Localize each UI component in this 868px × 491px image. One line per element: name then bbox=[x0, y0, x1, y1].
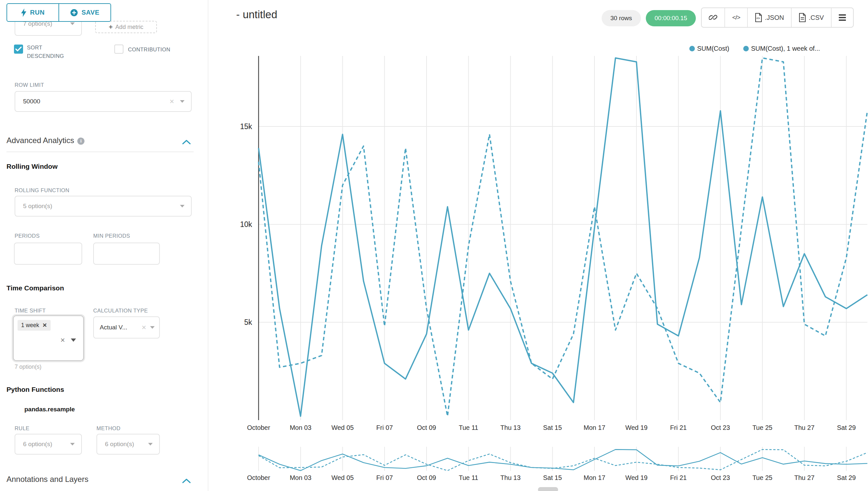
svg-text:Fri 07: Fri 07 bbox=[376, 474, 393, 481]
time-shift-hint: 7 option(s) bbox=[14, 364, 41, 370]
row-limit-value: 50000 bbox=[23, 98, 169, 105]
svg-text:Tue 25: Tue 25 bbox=[752, 424, 773, 431]
legend-item-sum-cost-offset[interactable]: SUM(Cost), 1 week of... bbox=[743, 45, 820, 52]
svg-text:October: October bbox=[247, 424, 270, 431]
legend-dot-icon bbox=[743, 46, 749, 51]
row-limit-label: ROW LIMIT bbox=[14, 82, 44, 88]
sort-descending-checkbox[interactable] bbox=[14, 45, 23, 54]
svg-text:Tue 25: Tue 25 bbox=[752, 474, 773, 481]
svg-text:Mon 17: Mon 17 bbox=[584, 474, 606, 481]
calculation-type-value: Actual V... bbox=[100, 324, 142, 331]
calculation-type-select[interactable]: Actual V... × bbox=[93, 316, 160, 339]
chevron-down-icon bbox=[71, 339, 76, 342]
run-save-button-group: RUN SAVE bbox=[6, 3, 111, 22]
more-options-button[interactable] bbox=[831, 8, 853, 27]
time-shift-multiselect[interactable]: 1 week ✕ × bbox=[13, 315, 84, 361]
superset-explore-page: 7 option(s) RUN SAVE + Add metric bbox=[0, 0, 868, 491]
advanced-analytics-title: Advanced Analytics bbox=[6, 136, 74, 145]
rule-value: 6 option(s) bbox=[23, 441, 70, 448]
min-periods-input[interactable] bbox=[93, 242, 160, 265]
time-comparison-title: Time Comparison bbox=[6, 284, 64, 292]
chevron-down-icon bbox=[180, 100, 185, 103]
remove-tag-icon[interactable]: ✕ bbox=[42, 322, 47, 329]
file-csv-icon bbox=[799, 13, 806, 22]
annotations-layers-title: Annotations and Layers bbox=[6, 475, 88, 484]
row-limit-select[interactable]: 50000 × bbox=[14, 91, 192, 112]
export-toolbar: </> <> .JSON .CSV bbox=[701, 7, 854, 28]
rolling-function-label: ROLLING FUNCTION bbox=[14, 187, 69, 194]
time-shift-controls: × bbox=[60, 336, 76, 344]
method-select[interactable]: 6 option(s) bbox=[96, 434, 160, 455]
svg-text:Oct 09: Oct 09 bbox=[417, 424, 436, 431]
rule-label: RULE bbox=[14, 425, 30, 432]
run-button[interactable]: RUN bbox=[7, 4, 59, 21]
legend-item-sum-cost[interactable]: SUM(Cost) bbox=[689, 45, 729, 52]
svg-text:Fri 21: Fri 21 bbox=[670, 474, 687, 481]
resize-drag-handle[interactable] bbox=[538, 487, 558, 491]
time-shift-tag-label: 1 week bbox=[21, 322, 39, 329]
annotations-layers-header[interactable]: Annotations and Layers bbox=[6, 475, 88, 484]
clear-icon[interactable]: × bbox=[60, 336, 65, 344]
svg-text:Wed 19: Wed 19 bbox=[625, 424, 648, 431]
svg-text:10k: 10k bbox=[240, 220, 252, 229]
chevron-down-icon bbox=[70, 443, 75, 445]
code-icon: </> bbox=[732, 14, 740, 21]
svg-text:Mon 03: Mon 03 bbox=[290, 474, 312, 481]
svg-text:October: October bbox=[247, 474, 270, 481]
control-panel-sidebar: 7 option(s) RUN SAVE + Add metric bbox=[0, 0, 208, 491]
rolling-function-value: 5 option(s) bbox=[23, 203, 180, 210]
advanced-analytics-header[interactable]: Advanced Analyticsi bbox=[6, 136, 85, 145]
chevron-down-icon bbox=[70, 23, 75, 25]
svg-text:Sat 29: Sat 29 bbox=[837, 424, 856, 431]
svg-text:<>: <> bbox=[756, 17, 760, 20]
svg-text:Sat 15: Sat 15 bbox=[543, 424, 562, 431]
sort-descending-label: SORT DESCENDING bbox=[27, 44, 69, 60]
method-value: 6 option(s) bbox=[105, 441, 148, 448]
download-json-button[interactable]: <> .JSON bbox=[747, 8, 791, 27]
svg-text:Thu 13: Thu 13 bbox=[500, 424, 520, 431]
rule-select[interactable]: 6 option(s) bbox=[14, 434, 82, 455]
add-metric-button[interactable]: + Add metric bbox=[95, 21, 157, 33]
check-icon bbox=[15, 47, 22, 52]
contribution-label: CONTRIBUTION bbox=[128, 46, 170, 54]
link-icon bbox=[709, 13, 717, 22]
download-csv-button[interactable]: .CSV bbox=[791, 8, 831, 27]
plus-circle-icon bbox=[70, 9, 78, 17]
calculation-type-label: CALCULATION TYPE bbox=[93, 308, 148, 314]
svg-text:5k: 5k bbox=[244, 318, 252, 326]
row-count-badge: 30 rows bbox=[601, 10, 641, 26]
time-shift-label: TIME SHIFT bbox=[14, 308, 46, 314]
chevron-up-icon[interactable] bbox=[182, 139, 191, 145]
chevron-down-icon bbox=[180, 205, 185, 207]
clear-icon[interactable]: × bbox=[169, 97, 174, 105]
legend-label: SUM(Cost), 1 week of... bbox=[751, 45, 820, 52]
python-functions-title: Python Functions bbox=[6, 386, 64, 394]
rolling-function-select[interactable]: 5 option(s) bbox=[14, 196, 192, 216]
svg-text:Thu 27: Thu 27 bbox=[794, 474, 814, 481]
svg-text:Mon 03: Mon 03 bbox=[290, 424, 312, 431]
embed-code-button[interactable]: </> bbox=[724, 8, 747, 27]
method-label: METHOD bbox=[96, 425, 121, 432]
contribution-checkbox[interactable] bbox=[114, 45, 123, 54]
svg-text:Sat 15: Sat 15 bbox=[543, 474, 562, 481]
hamburger-menu-icon bbox=[839, 14, 846, 21]
clear-icon[interactable]: × bbox=[142, 323, 146, 331]
svg-text:Mon 17: Mon 17 bbox=[584, 424, 606, 431]
svg-text:Oct 23: Oct 23 bbox=[711, 424, 730, 431]
add-metric-label: Add metric bbox=[115, 24, 143, 31]
svg-text:Wed 05: Wed 05 bbox=[331, 424, 354, 431]
query-timer-badge: 00:00:00.15 bbox=[646, 10, 696, 26]
plus-icon: + bbox=[109, 23, 113, 31]
time-shift-tag: 1 week ✕ bbox=[18, 320, 51, 331]
svg-text:Fri 21: Fri 21 bbox=[670, 424, 687, 431]
python-function-name: pandas.resample bbox=[24, 406, 75, 413]
share-link-button[interactable] bbox=[702, 8, 724, 27]
chart-title[interactable]: - untitled bbox=[236, 8, 277, 21]
svg-text:Wed 05: Wed 05 bbox=[331, 474, 354, 481]
periods-input[interactable] bbox=[14, 242, 82, 265]
svg-text:Sat 29: Sat 29 bbox=[837, 474, 856, 481]
save-button[interactable]: SAVE bbox=[59, 4, 111, 21]
chevron-up-icon[interactable] bbox=[182, 478, 191, 484]
download-csv-label: .CSV bbox=[809, 14, 824, 22]
legend-dot-icon bbox=[689, 46, 695, 51]
